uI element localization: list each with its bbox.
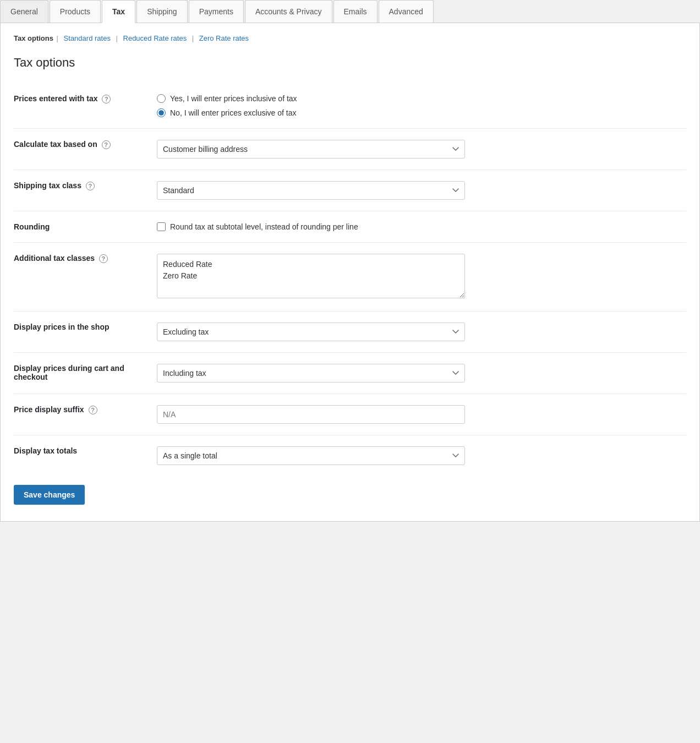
radio-exclusive-label[interactable]: No, I will enter prices exclusive of tax: [157, 108, 686, 117]
radio-inclusive-text: Yes, I will enter prices inclusive of ta…: [170, 94, 297, 103]
label-prices-entered-with-tax: Prices entered with tax ?: [14, 83, 157, 129]
row-prices-entered-with-tax: Prices entered with tax ? Yes, I will en…: [14, 83, 686, 129]
help-icon-shipping-tax[interactable]: ?: [86, 182, 95, 190]
row-display-prices-shop: Display prices in the shop Excluding tax…: [14, 312, 686, 353]
label-display-prices-shop: Display prices in the shop: [14, 312, 157, 353]
row-display-prices-cart: Display prices during cart and checkout …: [14, 353, 686, 394]
help-icon-calculate-tax[interactable]: ?: [102, 140, 111, 149]
label-display-prices-cart: Display prices during cart and checkout: [14, 353, 157, 394]
row-price-display-suffix: Price display suffix ?: [14, 394, 686, 435]
tab-emails[interactable]: Emails: [333, 0, 378, 23]
form-table: Prices entered with tax ? Yes, I will en…: [14, 83, 686, 476]
label-price-display-suffix: Price display suffix ?: [14, 394, 157, 435]
tab-products[interactable]: Products: [50, 0, 101, 23]
radio-group-prices-entered: Yes, I will enter prices inclusive of ta…: [157, 94, 686, 117]
textarea-additional-tax-classes[interactable]: Reduced Rate Zero Rate: [157, 254, 465, 298]
breadcrumb-zero-rates[interactable]: Zero Rate rates: [199, 34, 249, 42]
field-additional-tax-classes: Reduced Rate Zero Rate: [157, 243, 686, 312]
select-calculate-tax[interactable]: Customer billing address Customer shippi…: [157, 140, 465, 159]
row-additional-tax-classes: Additional tax classes ? Reduced Rate Ze…: [14, 243, 686, 312]
select-display-prices-shop[interactable]: Excluding tax Including tax: [157, 323, 465, 341]
row-display-tax-totals: Display tax totals As a single total Ite…: [14, 435, 686, 477]
tab-shipping[interactable]: Shipping: [136, 0, 188, 23]
breadcrumb-standard-rates[interactable]: Standard rates: [64, 34, 111, 42]
select-display-tax-totals[interactable]: As a single total Itemized: [157, 446, 465, 465]
page-title: Tax options: [14, 56, 686, 70]
field-display-tax-totals: As a single total Itemized: [157, 435, 686, 477]
breadcrumb-sep-1: |: [57, 34, 61, 42]
input-price-display-suffix[interactable]: [157, 405, 465, 424]
main-content: Tax options | Standard rates | Reduced R…: [0, 23, 700, 522]
label-shipping-tax-class: Shipping tax class ?: [14, 170, 157, 211]
breadcrumb-sep-3: |: [192, 34, 196, 42]
field-display-prices-shop: Excluding tax Including tax: [157, 312, 686, 353]
label-calculate-tax: Calculate tax based on ?: [14, 129, 157, 170]
radio-inclusive[interactable]: [157, 94, 166, 103]
label-additional-tax-classes: Additional tax classes ?: [14, 243, 157, 312]
field-prices-entered-with-tax: Yes, I will enter prices inclusive of ta…: [157, 83, 686, 129]
tab-navigation: General Products Tax Shipping Payments A…: [0, 0, 700, 23]
help-icon-price-suffix[interactable]: ?: [89, 406, 97, 414]
breadcrumb-current: Tax options: [14, 34, 53, 42]
tab-advanced[interactable]: Advanced: [379, 0, 434, 23]
row-rounding: Rounding Round tax at subtotal level, in…: [14, 211, 686, 243]
radio-exclusive-text: No, I will enter prices exclusive of tax: [170, 108, 297, 117]
checkbox-rounding-text: Round tax at subtotal level, instead of …: [170, 222, 358, 231]
breadcrumb-sep-2: |: [116, 34, 120, 42]
help-icon-prices-entered[interactable]: ?: [102, 95, 111, 103]
checkbox-rounding[interactable]: [157, 222, 166, 231]
breadcrumb: Tax options | Standard rates | Reduced R…: [14, 34, 686, 42]
row-shipping-tax-class: Shipping tax class ? Standard Reduced Ra…: [14, 170, 686, 211]
save-button[interactable]: Save changes: [14, 485, 85, 505]
field-rounding: Round tax at subtotal level, instead of …: [157, 211, 686, 243]
select-display-prices-cart[interactable]: Excluding tax Including tax: [157, 364, 465, 383]
radio-exclusive[interactable]: [157, 108, 166, 117]
field-display-prices-cart: Excluding tax Including tax: [157, 353, 686, 394]
tab-payments[interactable]: Payments: [189, 0, 244, 23]
label-display-tax-totals: Display tax totals: [14, 435, 157, 477]
tab-general[interactable]: General: [0, 0, 48, 23]
checkbox-rounding-label[interactable]: Round tax at subtotal level, instead of …: [157, 222, 686, 231]
field-price-display-suffix: [157, 394, 686, 435]
label-rounding: Rounding: [14, 211, 157, 243]
radio-inclusive-label[interactable]: Yes, I will enter prices inclusive of ta…: [157, 94, 686, 103]
row-calculate-tax: Calculate tax based on ? Customer billin…: [14, 129, 686, 170]
page-wrapper: General Products Tax Shipping Payments A…: [0, 0, 700, 743]
select-shipping-tax-class[interactable]: Standard Reduced Rate Zero Rate: [157, 181, 465, 200]
tab-tax[interactable]: Tax: [102, 0, 135, 23]
field-calculate-tax: Customer billing address Customer shippi…: [157, 129, 686, 170]
field-shipping-tax-class: Standard Reduced Rate Zero Rate: [157, 170, 686, 211]
help-icon-additional-tax[interactable]: ?: [99, 254, 108, 263]
breadcrumb-reduced-rates[interactable]: Reduced Rate rates: [123, 34, 187, 42]
tab-accounts-privacy[interactable]: Accounts & Privacy: [245, 0, 332, 23]
